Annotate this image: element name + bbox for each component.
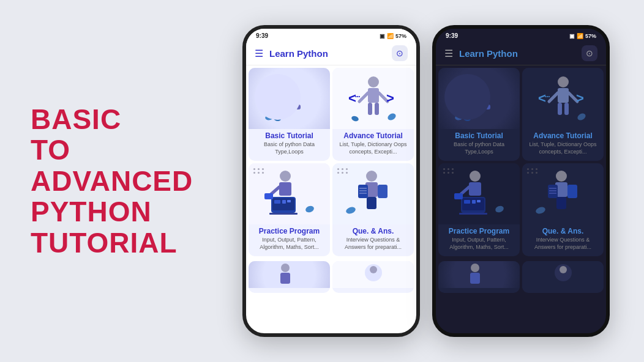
dots-grid-qa-dark [527,168,538,174]
card-desc-qa-dark: Interview Questions & Answers for prepar… [522,235,604,251]
svg-point-38 [346,205,356,215]
content-grid-dark: Basic Tutorial Basic of python Data Type… [436,65,606,259]
card-qa-dark[interactable]: Que. & Ans. Interview Questions & Answer… [522,163,604,256]
svg-line-10 [359,93,368,102]
svg-rect-9 [368,88,379,103]
svg-point-80 [536,205,546,215]
card-advance-dark[interactable]: < ••• > Advance Tutorial List, Tuple, Di… [522,68,604,161]
card-title-advance-light: Advance Tutorial [343,131,402,140]
svg-point-39 [281,264,290,272]
svg-rect-70 [454,193,463,199]
dots-grid-practice-dark [443,168,454,174]
card-image-basic-light [249,68,330,129]
card-practice-light[interactable]: Practice Program Input, Output, Pattern,… [249,163,330,256]
card-basic-light[interactable]: Basic Tutorial Basic of python Data Type… [249,68,330,161]
svg-rect-26 [287,200,291,202]
status-icons-light: ▣ 📶 57% [380,33,406,39]
menu-icon-dark[interactable]: ☰ [444,48,453,59]
svg-text:>: > [576,90,584,106]
svg-rect-40 [280,273,290,284]
svg-point-30 [366,171,377,182]
bottom-partial-light [246,259,416,295]
card-title-qa-dark: Que. & Ans. [542,227,584,235]
hero-section: BASIC TO ADVANCED PYTHON TUTORIAL [0,79,208,283]
svg-point-17 [386,112,397,122]
svg-rect-75 [567,185,577,198]
time-dark: 9:39 [446,32,458,39]
camera-icon-light[interactable]: ⊙ [392,45,408,61]
card-title-qa-light: Que. & Ans. [353,227,394,235]
svg-point-60 [576,112,586,122]
status-bar-light: 9:39 ▣ 📶 57% [246,29,416,42]
card-image-advance-dark: < ••• > [522,68,604,129]
card-bottom-right-dark[interactable] [522,261,604,293]
card-basic-dark[interactable]: Basic Tutorial Basic of python Data Type… [438,68,520,161]
svg-rect-82 [470,273,480,284]
svg-point-8 [368,76,379,87]
card-bottom-right-light[interactable] [332,261,414,293]
card-title-practice-light: Practice Program [259,227,320,235]
card-desc-qa-light: Interview Questions & Answers for prepar… [332,235,414,251]
card-image-practice-dark [438,163,520,224]
card-title-advance-dark: Advance Tutorial [533,131,592,140]
svg-rect-13 [375,103,379,115]
card-image-practice-light [249,163,330,224]
card-desc-practice-dark: Input, Output, Pattern, Algorithm, Maths… [438,235,520,251]
svg-point-42 [370,266,377,273]
svg-rect-20 [279,182,291,196]
card-image-advance-light: < ••• > [332,68,414,129]
card-title-basic-dark: Basic Tutorial [455,131,503,140]
circle-bg-basic [255,74,301,120]
illus-advance-dark-svg: < ••• > [536,71,591,126]
svg-line-53 [549,93,558,102]
svg-rect-32 [358,185,368,198]
card-title-practice-dark: Practice Program [449,227,509,235]
svg-rect-23 [269,213,298,215]
card-bottom-left-light[interactable] [249,261,330,293]
card-image-qa-light [332,163,414,224]
bottom-partial-dark [436,259,606,295]
svg-rect-28 [264,193,273,199]
app-title-dark: Learn Python [459,48,575,59]
svg-rect-65 [459,213,487,215]
svg-point-19 [280,171,291,182]
svg-point-51 [558,76,569,87]
svg-rect-34 [367,197,376,209]
card-bottom-left-dark[interactable] [438,261,520,293]
card-advance-light[interactable]: < ••• > Advance Tutorial List, Tuple, Di… [332,68,414,161]
dots-grid-qa [337,168,348,174]
illus-practice-svg [262,166,317,221]
card-desc-practice-light: Input, Output, Pattern, Algorithm, Maths… [249,235,330,251]
svg-point-61 [470,171,481,182]
card-image-basic-dark [438,68,520,129]
svg-text:•••: ••• [355,94,361,99]
app-bar-light: ☰ Learn Python ⊙ [246,42,416,65]
illus-advance-svg: < ••• > [346,71,401,126]
hero-title: BASIC TO ADVANCED PYTHON TUTORIAL [31,104,178,259]
svg-rect-56 [564,103,569,115]
app-bar-dark: ☰ Learn Python ⊙ [436,42,606,65]
card-desc-basic-light: Basic of python Data Type,Loops [249,140,330,155]
svg-text:•••: ••• [545,94,550,99]
illus-qa-svg [346,166,401,221]
svg-rect-12 [368,103,372,115]
card-desc-basic-dark: Basic of python Data Type,Loops [438,140,520,155]
menu-icon-light[interactable]: ☰ [255,48,263,59]
card-practice-dark[interactable]: Practice Program Input, Output, Pattern,… [438,163,520,256]
phones-container: 9:39 ▣ 📶 57% ☰ Learn Python ⊙ [208,25,644,337]
svg-rect-66 [464,200,470,204]
svg-rect-52 [558,88,569,103]
camera-icon-dark[interactable]: ⊙ [582,45,597,61]
svg-rect-33 [378,185,388,198]
svg-point-29 [304,205,315,213]
svg-point-72 [556,171,567,182]
svg-rect-67 [472,200,476,204]
svg-text:>: > [386,90,394,106]
svg-rect-62 [469,182,481,196]
svg-point-81 [471,264,479,272]
circle-bg-basic-dark [444,74,490,120]
card-image-qa-dark [522,163,604,224]
app-title-light: Learn Python [269,48,386,59]
card-qa-light[interactable]: Que. & Ans. Interview Questions & Answer… [332,163,414,256]
status-bar-dark: 9:39 ▣ 📶 57% [436,29,606,42]
